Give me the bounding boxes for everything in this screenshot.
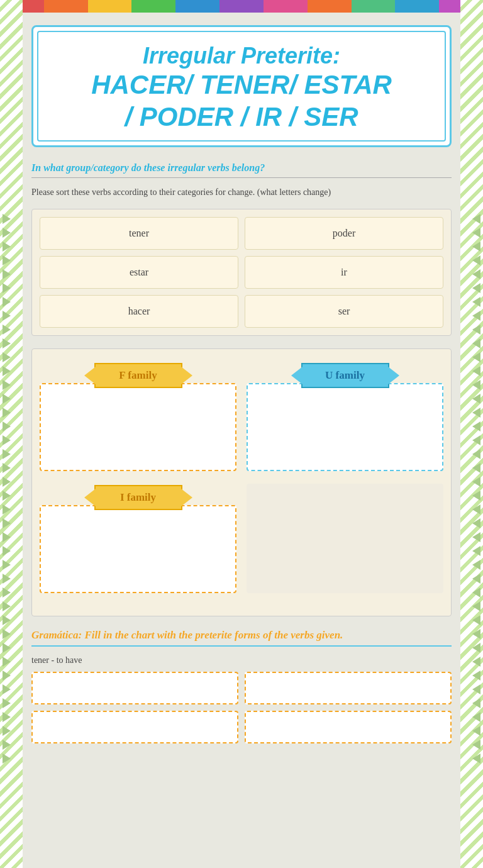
input-cell-2[interactable] <box>245 672 452 704</box>
input-row-1 <box>31 672 452 704</box>
verb-grid: tener poder estar ir hacer ser <box>31 209 452 336</box>
arrow-icon <box>472 726 480 736</box>
arrow-icon <box>472 255 480 265</box>
arrow-icon <box>3 380 11 390</box>
f-family-dropzone[interactable] <box>40 383 236 471</box>
arrow-icon <box>3 712 11 722</box>
arrow-icon <box>3 518 11 528</box>
arrow-icon <box>3 311 11 321</box>
verb-cell-tener[interactable]: tener <box>40 217 238 250</box>
arrow-icon <box>472 311 480 321</box>
input-cell-4[interactable] <box>245 711 452 743</box>
arrow-icon <box>3 670 11 681</box>
arrow-icon <box>472 601 480 611</box>
arrow-icon <box>3 214 11 224</box>
arrow-icon <box>3 297 11 307</box>
arrow-icon <box>472 670 480 681</box>
arrow-icon <box>472 546 480 556</box>
right-side-arrows <box>460 214 483 764</box>
family-row-1: F family U family <box>40 362 443 471</box>
title-line3: / PODER / IR / SER <box>46 101 437 133</box>
arrow-icon <box>3 546 11 556</box>
arrow-icon <box>472 421 480 431</box>
arrow-icon <box>3 587 11 598</box>
arrow-icon <box>472 504 480 515</box>
arrow-icon <box>472 518 480 528</box>
f-family-box: F family <box>40 362 236 471</box>
section-description: Please sort these verbs according to the… <box>31 186 452 199</box>
arrow-icon <box>472 269 480 279</box>
arrow-icon <box>472 532 480 542</box>
arrow-icon <box>3 255 11 265</box>
i-family-dropzone[interactable] <box>40 505 236 593</box>
arrow-icon <box>3 435 11 445</box>
arrow-icon <box>3 615 11 625</box>
title-card: Irregular Preterite: HACER/ TENER/ ESTAR… <box>31 25 452 147</box>
arrow-icon <box>472 587 480 598</box>
family-row-2: I family <box>40 484 443 593</box>
arrow-icon <box>3 491 11 501</box>
f-family-label: F family <box>94 363 182 388</box>
arrow-icon <box>3 643 11 653</box>
arrow-icon <box>3 740 11 750</box>
arrow-icon <box>3 408 11 418</box>
arrow-icon <box>3 283 11 293</box>
arrow-icon <box>3 338 11 348</box>
family-section: F family U family I family <box>31 348 452 616</box>
arrow-icon <box>472 712 480 722</box>
arrow-icon <box>472 394 480 404</box>
question-section: In what group/category do these irregula… <box>31 162 452 336</box>
arrow-icon <box>3 228 11 238</box>
verb-label-tener: tener - to have <box>31 655 452 665</box>
arrow-icon <box>472 366 480 376</box>
arrow-icon <box>472 477 480 487</box>
arrow-icon <box>3 629 11 639</box>
arrow-icon <box>472 560 480 570</box>
verb-cell-ser[interactable]: ser <box>245 295 443 328</box>
arrow-icon <box>3 601 11 611</box>
u-family-banner: U family <box>247 362 443 389</box>
arrow-icon <box>3 366 11 376</box>
arrow-icon <box>472 643 480 653</box>
arrow-icon <box>3 754 11 764</box>
arrow-icon <box>472 740 480 750</box>
u-family-box: U family <box>247 362 443 471</box>
arrow-icon <box>472 283 480 293</box>
title-line1: Irregular Preterite: <box>46 42 437 69</box>
arrow-icon <box>472 754 480 764</box>
input-cell-1[interactable] <box>31 672 238 704</box>
arrow-icon <box>3 657 11 667</box>
input-cell-3[interactable] <box>31 711 238 743</box>
arrow-icon <box>472 380 480 390</box>
u-family-dropzone[interactable] <box>247 383 443 471</box>
verb-cell-ir[interactable]: ir <box>245 256 443 289</box>
u-family-label: U family <box>301 363 389 388</box>
arrow-icon <box>472 228 480 238</box>
empty-right-area <box>247 484 443 593</box>
arrow-icon <box>472 629 480 639</box>
arrow-icon <box>3 504 11 515</box>
verb-cell-estar[interactable]: estar <box>40 256 238 289</box>
arrow-icon <box>3 242 11 252</box>
gramatica-section: Gramática: Fill in the chart with the pr… <box>31 629 452 743</box>
arrow-icon <box>3 684 11 694</box>
arrow-icon <box>472 338 480 348</box>
arrow-icon <box>3 421 11 431</box>
arrow-icon <box>472 214 480 224</box>
top-color-banner <box>0 0 483 13</box>
verb-cell-poder[interactable]: poder <box>245 217 443 250</box>
arrow-icon <box>3 325 11 335</box>
arrow-icon <box>3 726 11 736</box>
arrow-icon <box>472 463 480 473</box>
arrow-icon <box>3 532 11 542</box>
arrow-icon <box>472 435 480 445</box>
arrow-icon <box>472 698 480 708</box>
f-family-banner: F family <box>40 362 236 389</box>
arrow-icon <box>3 463 11 473</box>
arrow-icon <box>3 352 11 362</box>
verb-cell-hacer[interactable]: hacer <box>40 295 238 328</box>
arrow-icon <box>472 408 480 418</box>
arrow-icon <box>3 269 11 279</box>
i-family-banner: I family <box>40 484 236 511</box>
arrow-icon <box>3 560 11 570</box>
